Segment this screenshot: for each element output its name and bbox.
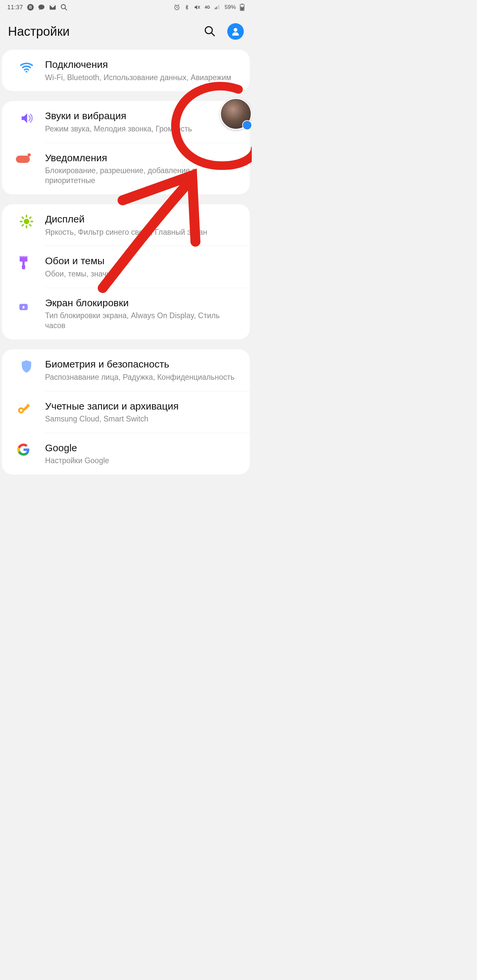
svg-rect-9	[216, 7, 217, 10]
alarm-icon	[174, 4, 180, 11]
row-connections[interactable]: Подключения Wi-Fi, Bluetooth, Использова…	[2, 50, 250, 91]
signal-icon	[214, 4, 221, 10]
search-small-icon	[60, 4, 68, 11]
row-title: Уведомления	[45, 152, 242, 164]
paintbrush-icon	[2, 255, 45, 270]
sound-icon	[8, 110, 45, 126]
row-lockscreen[interactable]: Экран блокировки Тип блокировки экрана, …	[45, 288, 250, 339]
google-icon	[2, 442, 45, 456]
profile-button[interactable]	[227, 23, 244, 40]
battery-percent: 59%	[225, 4, 236, 11]
row-title: Дисплей	[45, 213, 242, 226]
chat-head-bubble[interactable]	[220, 98, 252, 130]
shield-icon	[8, 358, 45, 374]
row-subtitle: Samsung Cloud, Smart Switch	[45, 414, 242, 424]
svg-line-31	[22, 225, 23, 226]
lock-icon	[2, 297, 45, 312]
row-subtitle: Яркость, Фильтр синего света, Главный эк…	[45, 228, 242, 237]
row-subtitle: Обои, темы, значки	[45, 269, 242, 279]
row-google[interactable]: Google Настройки Google	[45, 433, 250, 474]
settings-group: Подключения Wi-Fi, Bluetooth, Использова…	[2, 50, 250, 91]
mute-icon	[193, 4, 201, 11]
row-title: Обои и темы	[45, 255, 242, 267]
svg-point-18	[26, 71, 27, 73]
message-icon	[38, 4, 45, 11]
brightness-icon	[8, 213, 45, 229]
row-title: Подключения	[45, 58, 242, 71]
svg-rect-10	[217, 6, 218, 10]
svg-line-29	[22, 217, 23, 218]
svg-rect-8	[215, 8, 215, 10]
row-subtitle: Режим звука, Мелодия звонка, Громкость	[45, 124, 242, 134]
screenshot-icon	[49, 4, 56, 11]
svg-point-23	[27, 153, 31, 157]
row-subtitle: Распознавание лица, Радужка, Конфиденциа…	[45, 372, 242, 382]
svg-rect-11	[219, 5, 219, 10]
wifi-icon	[8, 58, 45, 75]
row-subtitle: Настройки Google	[45, 456, 242, 466]
row-subtitle: Блокирование, разрешение, добавление в п…	[45, 166, 242, 186]
app-badge-icon: B	[27, 4, 34, 11]
network-type: 4G	[205, 5, 210, 9]
settings-group: Звуки и вибрация Режим звука, Мелодия зв…	[2, 101, 250, 194]
svg-rect-35	[22, 265, 25, 269]
svg-line-16	[212, 33, 215, 36]
battery-icon	[240, 4, 244, 11]
app-header: Настройки	[0, 14, 252, 50]
row-sounds[interactable]: Звуки и вибрация Режим звука, Мелодия зв…	[2, 101, 250, 142]
row-display[interactable]: Дисплей Яркость, Фильтр синего света, Гл…	[2, 204, 250, 246]
profile-avatar-icon	[227, 23, 244, 40]
svg-point-17	[233, 28, 237, 32]
row-title: Звуки и вибрация	[45, 110, 242, 122]
row-title: Google	[45, 442, 242, 454]
settings-group: Биометрия и безопасность Распознавание л…	[2, 349, 250, 474]
svg-rect-37	[22, 306, 24, 309]
settings-group: Дисплей Яркость, Фильтр синего света, Гл…	[2, 204, 250, 339]
svg-rect-13	[241, 4, 243, 4]
row-title: Экран блокировки	[45, 297, 242, 309]
row-wallpaper[interactable]: Обои и темы Обои, темы, значки	[45, 246, 250, 287]
row-title: Учетные записи и архивация	[45, 400, 242, 412]
row-biometrics[interactable]: Биометрия и безопасность Распознавание л…	[2, 349, 250, 391]
row-title: Биометрия и безопасность	[45, 358, 242, 371]
search-button[interactable]	[204, 25, 215, 38]
bluetooth-icon	[184, 4, 190, 11]
row-subtitle: Тип блокировки экрана, Always On Display…	[45, 311, 242, 331]
page-title: Настройки	[8, 24, 204, 39]
status-clock: 11:37	[7, 4, 23, 11]
svg-line-32	[30, 217, 31, 218]
svg-rect-34	[22, 262, 25, 265]
svg-text:B: B	[29, 5, 32, 10]
search-icon	[204, 25, 215, 37]
key-icon	[2, 400, 45, 416]
row-subtitle: Wi-Fi, Bluetooth, Использование данных, …	[45, 73, 242, 83]
svg-line-4	[65, 8, 67, 10]
settings-list: Подключения Wi-Fi, Bluetooth, Использова…	[0, 50, 252, 474]
svg-point-39	[20, 409, 22, 411]
svg-point-24	[24, 219, 29, 224]
row-notifications[interactable]: Уведомления Блокирование, разрешение, до…	[45, 143, 250, 194]
svg-line-30	[30, 225, 31, 226]
svg-rect-33	[19, 257, 27, 262]
row-accounts[interactable]: Учетные записи и архивация Samsung Cloud…	[45, 391, 250, 433]
status-bar: 11:37 B 4G 59%	[0, 0, 252, 14]
notification-icon	[2, 152, 45, 164]
